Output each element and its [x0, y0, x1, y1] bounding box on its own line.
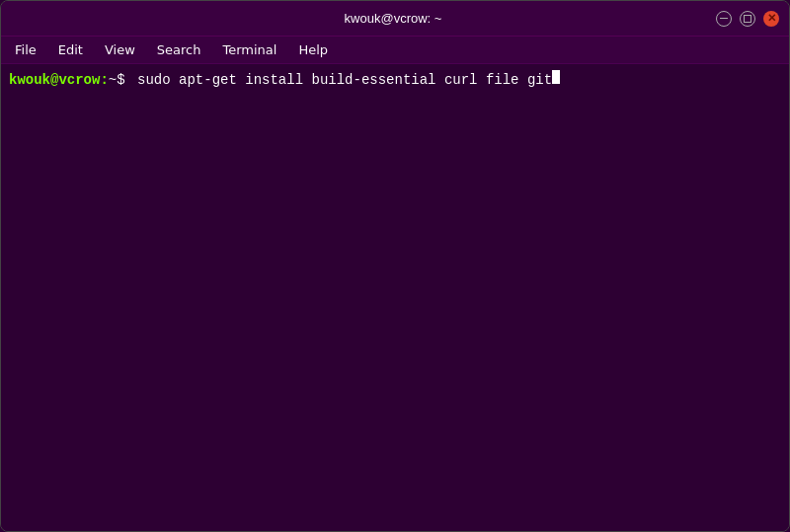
menu-file[interactable]: File [5, 39, 46, 60]
terminal-command: sudo apt-get install build-essential cur… [137, 71, 552, 91]
terminal-body[interactable]: kwouk@vcrow: ~ $ sudo apt-get install bu… [1, 64, 789, 531]
prompt-symbol: $ [117, 71, 133, 91]
prompt-user: kwouk@vcrow: [9, 71, 109, 91]
minimize-button[interactable] [716, 11, 732, 27]
window-controls: ✕ [716, 11, 779, 27]
menu-terminal[interactable]: Terminal [212, 39, 286, 60]
menu-help[interactable]: Help [288, 39, 338, 60]
terminal-line: kwouk@vcrow: ~ $ sudo apt-get install bu… [9, 70, 781, 91]
close-icon: ✕ [767, 13, 776, 24]
menu-edit[interactable]: Edit [48, 39, 93, 60]
terminal-window: kwouk@vcrow: ~ ✕ File Edit View Search T… [0, 0, 790, 532]
menu-view[interactable]: View [95, 39, 145, 60]
minimize-icon [720, 18, 728, 20]
window-title: kwouk@vcrow: ~ [70, 11, 716, 26]
titlebar: kwouk@vcrow: ~ ✕ [1, 1, 789, 37]
close-button[interactable]: ✕ [763, 11, 779, 27]
menubar: File Edit View Search Terminal Help [1, 37, 789, 64]
prompt-dir-symbol: ~ [109, 71, 117, 91]
maximize-icon [744, 15, 751, 23]
terminal-cursor [552, 70, 560, 84]
maximize-button[interactable] [740, 11, 755, 27]
menu-search[interactable]: Search [147, 39, 211, 60]
